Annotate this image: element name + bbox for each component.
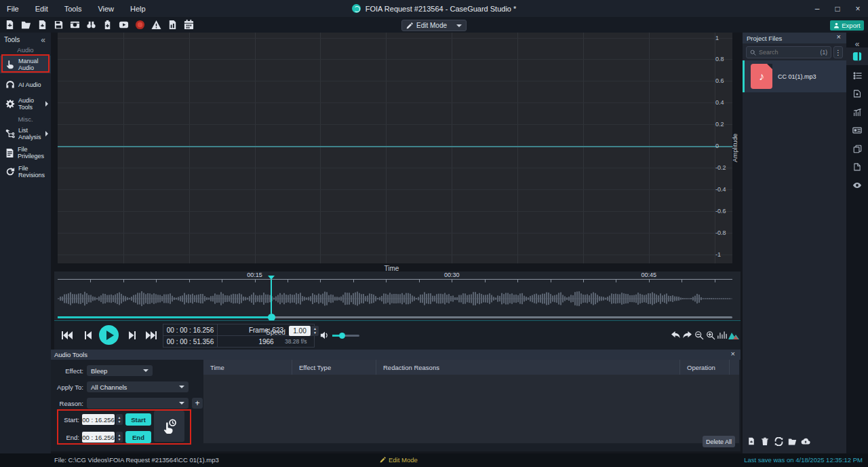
previous-frame-button[interactable]: [80, 330, 95, 341]
search-input[interactable]: [759, 49, 818, 56]
waveform-view-button[interactable]: [728, 329, 739, 341]
sidebar-collapse-icon[interactable]: «: [41, 35, 45, 45]
save-project-button[interactable]: [53, 19, 64, 31]
submenu-arrow-icon: [45, 131, 48, 136]
sidebar-item-file-privileges[interactable]: File Privileges: [0, 144, 51, 162]
amplitude-tick-label: -0.4: [715, 186, 726, 193]
end-time-stepper[interactable]: ▲▼: [116, 432, 123, 443]
menu-edit[interactable]: Edit: [35, 5, 48, 13]
playhead-line[interactable]: [271, 280, 272, 314]
amplitude-tick-label: 0.4: [715, 99, 724, 106]
delete-all-button[interactable]: Delete All: [703, 436, 735, 447]
amplitude-plot[interactable]: [58, 33, 732, 263]
add-file-button[interactable]: [747, 436, 756, 446]
preview-tab[interactable]: [846, 176, 868, 194]
speed-stepper[interactable]: ▲▼: [311, 326, 319, 336]
menu-view[interactable]: View: [98, 5, 114, 13]
play-button[interactable]: [99, 325, 119, 345]
menu-tools[interactable]: Tools: [64, 5, 82, 13]
timeline-ruler[interactable]: 00:1500:3000:45: [58, 272, 732, 284]
close-button[interactable]: ×: [848, 0, 868, 17]
file-item-selected[interactable]: ♪ CC 01(1).mp3: [743, 60, 846, 92]
new-project-button[interactable]: [4, 19, 16, 31]
file-details-tab[interactable]: [846, 158, 868, 176]
end-time-input[interactable]: 00 : 16.256: [82, 432, 115, 443]
refresh-icon: [774, 437, 783, 446]
window-title: FOIA Request #213564 - CaseGuard Studio …: [366, 5, 517, 13]
add-reason-button[interactable]: +: [192, 398, 203, 409]
zoom-in-button[interactable]: [705, 329, 716, 341]
open-location-button[interactable]: [787, 436, 797, 446]
duplicates-tab[interactable]: [846, 140, 868, 157]
export-button[interactable]: Export: [830, 20, 864, 31]
ruler-time-label: 00:15: [243, 272, 267, 278]
schedule-button[interactable]: [183, 19, 195, 31]
panel-menu-button[interactable]: ⋮: [833, 46, 843, 58]
delete-file-button[interactable]: [760, 436, 770, 446]
volume-button[interactable]: [319, 329, 330, 341]
waveform-settings-button[interactable]: [716, 329, 728, 341]
find-tools-button[interactable]: [85, 19, 97, 31]
close-panel-icon[interactable]: ×: [731, 350, 735, 358]
speed-input[interactable]: 1.00: [289, 326, 311, 336]
skip-start-icon: [61, 331, 73, 340]
start-time-stepper[interactable]: ▲▼: [116, 414, 123, 425]
chevron-down-icon: [143, 369, 149, 372]
record-media-button[interactable]: [69, 19, 81, 31]
set-end-button[interactable]: End: [125, 431, 151, 443]
zoom-out-button[interactable]: [693, 329, 705, 341]
minimize-button[interactable]: –: [807, 0, 827, 17]
redo-button[interactable]: [682, 329, 693, 341]
record-button[interactable]: [134, 19, 146, 31]
undo-button[interactable]: [670, 329, 682, 341]
skip-to-end-button[interactable]: [144, 330, 159, 341]
set-start-button[interactable]: Start: [125, 413, 151, 426]
maximize-button[interactable]: □: [827, 0, 848, 17]
report-button[interactable]: [167, 19, 178, 31]
close-panel-icon[interactable]: ×: [837, 33, 841, 41]
notes-tab[interactable]: [846, 85, 868, 102]
add-file-button[interactable]: [37, 19, 48, 31]
paste-redactions-button[interactable]: [102, 19, 113, 31]
audio-file-icon: ♪: [751, 64, 772, 89]
task-list-tab[interactable]: [846, 67, 868, 84]
volume-slider[interactable]: [332, 335, 359, 337]
sidebar-item-label: File Privileges: [18, 146, 46, 160]
waveform-canvas[interactable]: [58, 284, 732, 313]
open-project-button[interactable]: [20, 19, 32, 31]
sidebar-item-manual-audio[interactable]: Manual Audio: [0, 56, 51, 73]
edit-mode-dropdown[interactable]: Edit Mode: [401, 20, 467, 31]
reason-dropdown[interactable]: [87, 398, 189, 409]
audio-tools-icon: [5, 99, 15, 109]
project-files-search[interactable]: (1): [746, 46, 831, 58]
apply-to-dropdown[interactable]: All Channels: [87, 381, 189, 392]
cloud-upload-button[interactable]: [801, 436, 810, 446]
warnings-button[interactable]: [151, 19, 162, 31]
skip-to-start-button[interactable]: [60, 330, 75, 341]
pick-time-button[interactable]: [154, 411, 184, 442]
amplitude-tick-label: 0.6: [715, 77, 724, 84]
selection-accent-bar: [743, 60, 745, 92]
refresh-button[interactable]: [774, 436, 783, 446]
sidebar-item-list-analysis[interactable]: List Analysis: [0, 125, 51, 143]
analytics-tab[interactable]: [846, 103, 868, 121]
file-count-badge: (1): [821, 49, 827, 56]
ruler-tick: [189, 280, 190, 282]
project-files-header: Project Files ×: [743, 33, 846, 43]
effect-dropdown[interactable]: Bleep: [87, 365, 153, 376]
menu-help[interactable]: Help: [130, 5, 146, 13]
project-files-tab[interactable]: [846, 48, 868, 65]
trash-icon: [761, 437, 769, 445]
sidebar-item-ai-audio[interactable]: AI Audio: [0, 76, 51, 94]
media-card-tab[interactable]: [846, 122, 868, 139]
start-time-input[interactable]: 00 : 16.256: [82, 414, 115, 425]
volume-knob[interactable]: [339, 333, 345, 339]
video-tools-button[interactable]: [118, 19, 130, 31]
project-files-footer: [743, 436, 846, 446]
sidebar-item-audio-tools[interactable]: Audio Tools: [0, 95, 51, 113]
menu-file[interactable]: File: [7, 5, 19, 13]
sidebar-item-file-revisions[interactable]: File Revisions: [0, 163, 51, 181]
scrubber-track[interactable]: [58, 316, 732, 318]
next-frame-button[interactable]: [125, 330, 140, 341]
effect-label: Effect:: [58, 367, 83, 375]
